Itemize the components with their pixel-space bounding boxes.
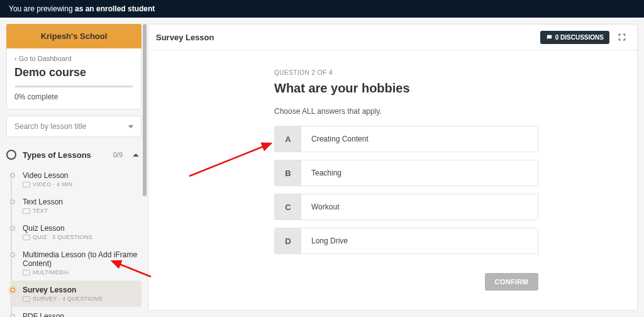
video-icon xyxy=(23,182,30,187)
answer-text: Teaching xyxy=(301,160,352,186)
lesson-meta: MULTIMEDIA xyxy=(23,269,138,275)
annotation-arrow-main xyxy=(186,138,280,184)
chapter-count: 0/9 xyxy=(113,151,123,158)
answer-option[interactable]: BTeaching xyxy=(274,160,538,186)
lessons-list: Video LessonVIDEO · 4 MINText LessonTEXT… xyxy=(6,166,142,317)
fullscreen-button[interactable] xyxy=(614,30,630,45)
svg-line-0 xyxy=(189,143,271,176)
lesson-title: Text Lesson xyxy=(23,197,138,206)
lesson-meta: SURVEY · 4 QUESTIONS xyxy=(23,296,138,302)
lesson-meta-text: TEXT xyxy=(33,208,48,214)
chat-icon xyxy=(546,34,553,41)
discussions-button[interactable]: 0 DISCUSSIONS xyxy=(540,31,609,44)
lesson-status-dot-icon xyxy=(10,287,15,292)
lesson-item[interactable]: Survey LessonSURVEY · 4 QUESTIONS xyxy=(10,281,142,307)
lesson-item[interactable]: PDF LessonPDF xyxy=(10,307,142,317)
lesson-status-dot-icon xyxy=(10,252,15,257)
answer-letter: B xyxy=(275,160,301,186)
search-placeholder: Search by lesson title xyxy=(14,122,86,131)
question-title: What are your hobbies xyxy=(274,81,599,96)
lesson-status-dot-icon xyxy=(10,226,15,231)
chapter-header[interactable]: Types of Lessons 0/9 xyxy=(6,143,142,166)
quiz-icon xyxy=(23,235,30,240)
lesson-item[interactable]: Quiz LessonQUIZ · 3 QUESTIONS xyxy=(10,219,142,245)
answer-letter: D xyxy=(275,228,301,253)
lesson-meta-text: VIDEO · 4 MIN xyxy=(33,181,72,187)
content-body: QUESTION 2 OF 4 What are your hobbies Ch… xyxy=(148,50,637,310)
answer-option[interactable]: ACreating Content xyxy=(274,126,538,152)
discussions-label: 0 DISCUSSIONS xyxy=(555,34,604,41)
course-title: Demo course xyxy=(14,66,133,79)
lesson-status-dot-icon xyxy=(10,173,15,178)
answer-text: Workout xyxy=(301,194,349,220)
sidebar-scrollbar-thumb[interactable] xyxy=(143,24,147,196)
lesson-meta: TEXT xyxy=(23,208,138,214)
sidebar-scrollbar[interactable] xyxy=(143,24,147,311)
lesson-meta-text: SURVEY · 4 QUESTIONS xyxy=(33,296,103,302)
question-instruction: Choose ALL answers that apply. xyxy=(274,107,599,116)
answer-text: Creating Content xyxy=(301,126,379,152)
lesson-title: Quiz Lesson xyxy=(23,224,138,233)
preview-role: as an enrolled student xyxy=(75,4,155,13)
course-card: Go to Dashboard Demo course 0% complete xyxy=(6,48,142,109)
lesson-status-dot-icon xyxy=(10,199,15,204)
lesson-status-dot-icon xyxy=(10,314,15,317)
school-header: Kripesh's School xyxy=(6,24,142,48)
expand-icon xyxy=(618,33,626,42)
answer-option[interactable]: DLong Drive xyxy=(274,228,538,254)
answer-text: Long Drive xyxy=(301,228,358,253)
lesson-item[interactable]: Video LessonVIDEO · 4 MIN xyxy=(10,166,142,192)
lesson-item[interactable]: Text LessonTEXT xyxy=(10,192,142,219)
question-progress: QUESTION 2 OF 4 xyxy=(274,69,599,76)
survey-icon xyxy=(23,296,30,302)
lesson-meta-text: QUIZ · 3 QUESTIONS xyxy=(33,234,92,240)
answer-letter: C xyxy=(275,194,301,220)
lesson-title: Survey Lesson xyxy=(23,286,138,294)
lesson-meta-text: MULTIMEDIA xyxy=(33,269,69,275)
preview-banner: You are previewing as an enrolled studen… xyxy=(0,0,644,18)
content-header: Survey Lesson 0 DISCUSSIONS xyxy=(148,25,637,50)
chapter-progress-circle-icon xyxy=(6,150,16,160)
preview-prefix: You are previewing xyxy=(9,4,75,13)
answer-option[interactable]: CWorkout xyxy=(274,194,538,220)
go-to-dashboard-link[interactable]: Go to Dashboard xyxy=(14,55,133,62)
lesson-title: PDF Lesson xyxy=(23,312,138,317)
chapter-title: Types of Lessons xyxy=(23,150,91,160)
answers-list: ACreating ContentBTeachingCWorkoutDLong … xyxy=(274,126,538,254)
lesson-meta: VIDEO · 4 MIN xyxy=(23,181,138,187)
sidebar: Kripesh's School Go to Dashboard Demo co… xyxy=(0,18,148,317)
content-lesson-title: Survey Lesson xyxy=(156,33,535,42)
multimedia-icon xyxy=(23,270,30,275)
main-area: Survey Lesson 0 DISCUSSIONS QUESTION 2 O… xyxy=(148,18,644,317)
confirm-button[interactable]: CONFIRM xyxy=(485,273,538,291)
chevron-down-icon xyxy=(128,125,133,128)
content-card: Survey Lesson 0 DISCUSSIONS QUESTION 2 O… xyxy=(148,24,638,311)
text-icon xyxy=(23,208,30,214)
search-lessons-dropdown[interactable]: Search by lesson title xyxy=(6,116,142,137)
chevron-up-icon xyxy=(133,153,139,157)
answer-letter: A xyxy=(275,126,301,152)
lesson-title: Multimedia Lesson (to Add iFrame Content… xyxy=(23,250,138,268)
lesson-meta: QUIZ · 3 QUESTIONS xyxy=(23,234,138,240)
lesson-item[interactable]: Multimedia Lesson (to Add iFrame Content… xyxy=(10,245,142,281)
progress-bar xyxy=(14,86,133,87)
lesson-title: Video Lesson xyxy=(23,171,138,180)
progress-label: 0% complete xyxy=(14,92,133,101)
